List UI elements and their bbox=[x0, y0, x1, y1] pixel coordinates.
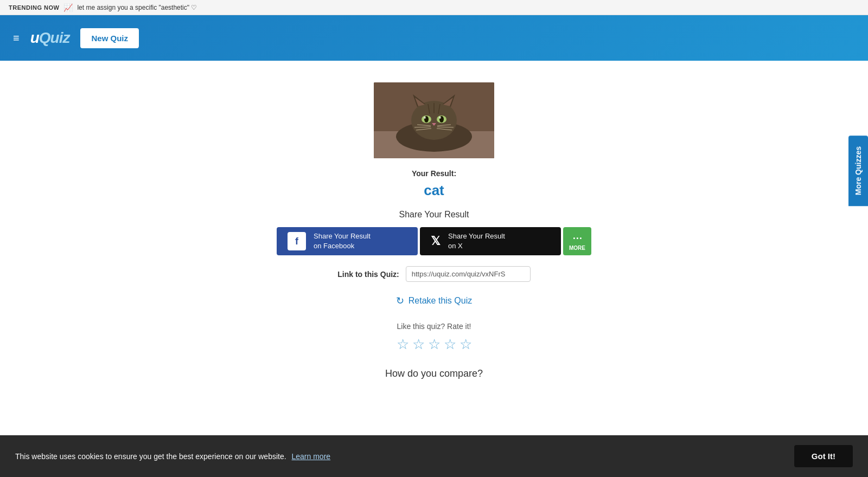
share-facebook-button[interactable]: f Share Your Result on Facebook bbox=[277, 227, 418, 255]
result-value: cat bbox=[424, 182, 444, 199]
star-4[interactable]: ☆ bbox=[444, 336, 456, 353]
share-heading: Share Your Result bbox=[399, 210, 469, 220]
stars-container: ☆ ☆ ☆ ☆ ☆ bbox=[397, 336, 472, 353]
star-5[interactable]: ☆ bbox=[459, 336, 472, 353]
header: ≡ uQuiz New Quiz bbox=[0, 15, 868, 61]
trending-icon: 📈 bbox=[63, 3, 73, 12]
new-quiz-button[interactable]: New Quiz bbox=[80, 28, 139, 48]
link-label: Link to this Quiz: bbox=[337, 270, 399, 279]
compare-heading: How do you compare? bbox=[385, 368, 483, 379]
link-row: Link to this Quiz: bbox=[337, 266, 531, 282]
link-input[interactable] bbox=[406, 266, 531, 282]
star-1[interactable]: ☆ bbox=[397, 336, 409, 353]
learn-more-link[interactable]: Learn more bbox=[292, 452, 331, 461]
main-content: Your Result: cat Share Your Result f Sha… bbox=[0, 61, 868, 477]
share-x-button[interactable]: 𝕏 Share Your Result on X bbox=[420, 227, 561, 255]
retake-icon: ↻ bbox=[396, 295, 404, 307]
menu-icon[interactable]: ≡ bbox=[13, 33, 20, 43]
trending-text: let me assign you a specific "aesthetic"… bbox=[77, 4, 197, 11]
cookie-text: This website uses cookies to ensure you … bbox=[15, 452, 330, 461]
x-button-text: Share Your Result on X bbox=[448, 231, 505, 251]
rate-label: Like this quiz? Rate it! bbox=[397, 322, 471, 331]
retake-label: Retake this Quiz bbox=[409, 296, 472, 306]
svg-point-13 bbox=[439, 117, 441, 119]
result-image bbox=[374, 82, 494, 158]
facebook-icon: f bbox=[288, 232, 306, 250]
share-buttons-container: f Share Your Result on Facebook 𝕏 Share … bbox=[277, 227, 591, 255]
trending-label: TRENDING NOW bbox=[9, 4, 59, 11]
share-more-icon: ⋯ bbox=[572, 232, 582, 244]
share-more-button[interactable]: ⋯ MORE bbox=[563, 227, 591, 255]
facebook-button-text: Share Your Result on Facebook bbox=[314, 231, 371, 251]
logo[interactable]: uQuiz bbox=[30, 29, 70, 47]
retake-button[interactable]: ↻ Retake this Quiz bbox=[396, 295, 472, 307]
star-2[interactable]: ☆ bbox=[412, 336, 425, 353]
more-quizzes-tab[interactable]: More Quizzes bbox=[848, 136, 868, 206]
your-result-label: Your Result: bbox=[412, 169, 456, 178]
svg-point-12 bbox=[424, 117, 426, 119]
x-icon: 𝕏 bbox=[431, 234, 441, 248]
star-3[interactable]: ☆ bbox=[428, 336, 441, 353]
cookie-banner: This website uses cookies to ensure you … bbox=[0, 435, 868, 477]
share-more-label: MORE bbox=[569, 245, 585, 251]
got-it-button[interactable]: Got It! bbox=[794, 445, 853, 467]
trending-bar: TRENDING NOW 📈 let me assign you a speci… bbox=[0, 0, 868, 15]
